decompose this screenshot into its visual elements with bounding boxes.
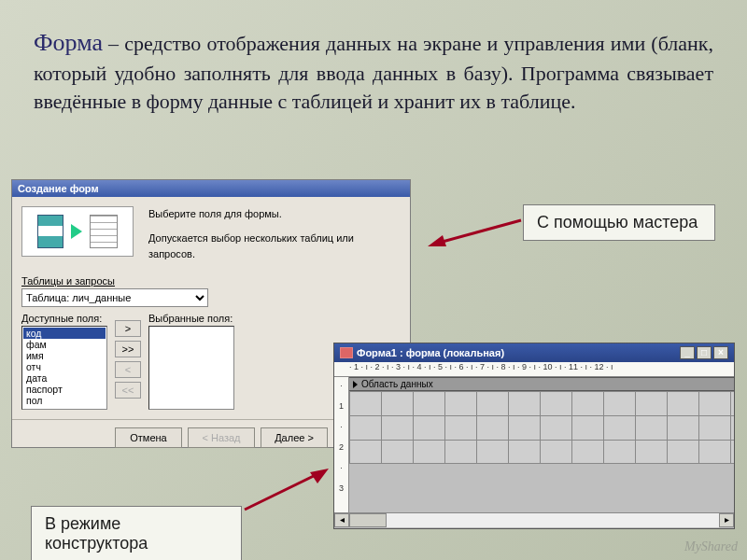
cancel-button[interactable]: Отмена [115, 427, 182, 448]
wizard-illustration [21, 206, 134, 257]
detail-section-grid[interactable] [349, 391, 734, 464]
illustration-arrow-icon [71, 224, 82, 239]
wizard-title: Создание форм [18, 183, 99, 194]
wizard-prompt-1: Выберите поля для формы. [148, 206, 401, 223]
close-button[interactable]: × [713, 346, 728, 359]
remove-field-button[interactable]: < [115, 361, 141, 378]
list-item[interactable]: пол [23, 395, 106, 406]
add-all-fields-button[interactable]: >> [115, 341, 141, 357]
ruler-tick: · [340, 422, 343, 431]
definition-body: средство отображения данных на экране и … [34, 32, 713, 113]
scroll-right-button[interactable]: ▸ [719, 513, 734, 527]
tables-queries-select[interactable]: Таблица: лич_данные [21, 288, 208, 307]
horizontal-ruler: · 1 · ı · 2 · ı · 3 · ı · 4 · ı · 5 · ı … [334, 362, 734, 377]
minimize-button[interactable]: _ [680, 346, 695, 359]
add-field-button[interactable]: > [115, 320, 141, 337]
list-item[interactable]: имя [23, 350, 106, 361]
definition-term: Форма [34, 29, 103, 56]
list-item[interactable]: фам [23, 339, 106, 350]
available-fields-list[interactable]: код фам имя отч дата паспорт пол адрес т… [21, 326, 107, 410]
remove-all-fields-button[interactable]: << [115, 382, 141, 399]
form-icon [340, 347, 353, 358]
list-item[interactable]: отч [23, 361, 106, 372]
svg-line-0 [439, 220, 521, 243]
ruler-tick: · [340, 463, 343, 472]
section-header-label: Область данных [361, 379, 433, 389]
definition-paragraph: Форма – средство отображения данных на э… [34, 26, 713, 117]
scroll-thumb[interactable] [349, 513, 387, 527]
scroll-left-button[interactable]: ◂ [334, 513, 349, 527]
ruler-tick: 3 [339, 483, 344, 493]
design-canvas[interactable]: Область данных [349, 377, 734, 512]
designer-titlebar[interactable]: Форма1 : форма (локальная) _ □ × [334, 343, 734, 362]
designer-title: Форма1 : форма (локальная) [357, 347, 504, 358]
wizard-titlebar[interactable]: Создание форм [12, 180, 410, 197]
svg-line-2 [245, 474, 317, 510]
callout-wizard: С помощью мастера [523, 204, 715, 241]
callout-designer: В режиме конструктора [31, 506, 242, 560]
svg-marker-3 [310, 469, 329, 483]
ruler-tick: 1 [339, 401, 344, 411]
illustration-table-icon [37, 215, 63, 248]
arrow-designer [243, 467, 336, 511]
horizontal-scrollbar[interactable]: ◂ ▸ [334, 512, 734, 527]
form-designer-window: Форма1 : форма (локальная) _ □ × · 1 · ı… [333, 343, 735, 529]
selected-fields-label: Выбранные поля: [148, 313, 401, 324]
tables-queries-label: Таблицы и запросы [21, 275, 401, 287]
ruler-tick: · [340, 381, 343, 390]
definition-dash: – [103, 32, 124, 55]
ruler-tick: 2 [339, 442, 344, 452]
list-item[interactable]: дата [23, 372, 106, 384]
wizard-prompt-2: Допускается выбор нескольких таблиц или … [148, 231, 401, 263]
selected-fields-list[interactable] [148, 326, 234, 410]
list-item[interactable]: адрес [23, 406, 106, 410]
arrow-wizard [420, 215, 523, 252]
vertical-ruler: · 1 · 2 · 3 [334, 377, 349, 512]
illustration-form-icon [90, 215, 118, 248]
svg-marker-1 [428, 235, 446, 246]
back-button[interactable]: < Назад [188, 427, 255, 448]
maximize-button[interactable]: □ [697, 346, 712, 359]
list-item[interactable]: код [23, 328, 106, 339]
callout-wizard-text: С помощью мастера [537, 213, 698, 231]
detail-section-header[interactable]: Область данных [349, 377, 734, 391]
watermark: MyShared [684, 539, 738, 554]
list-item[interactable]: паспорт [23, 384, 106, 395]
callout-designer-text: В режиме конструктора [45, 514, 148, 553]
next-button[interactable]: Далее > [261, 427, 328, 448]
section-marker-icon [353, 381, 358, 388]
scroll-track[interactable] [349, 513, 719, 527]
available-fields-label: Доступные поля: [21, 313, 107, 324]
